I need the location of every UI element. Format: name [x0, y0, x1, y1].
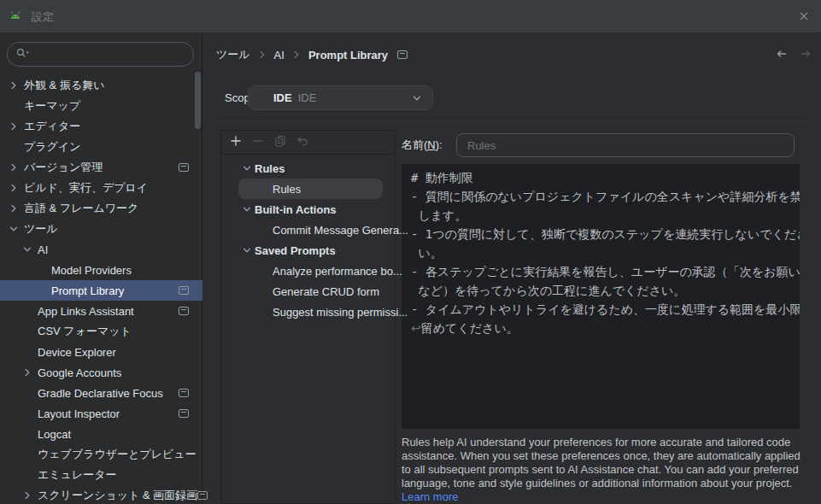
chevron-spacer — [21, 427, 34, 441]
sidebar-item-layout-inspector[interactable]: Layout Inspector — [0, 403, 202, 424]
sidebar-item-label: 言語 & フレームワーク — [24, 201, 138, 216]
sidebar-item-label: Gradle Declarative Focus — [38, 387, 163, 400]
sidebar-item-ai[interactable]: AI — [0, 239, 202, 260]
sidebar-item-label: Layout Inspector — [38, 407, 120, 420]
soft-wrap-icon: ↩ — [411, 321, 421, 335]
sidebar-item-row-7[interactable]: ツール — [0, 219, 202, 239]
learn-more-link[interactable]: Learn more — [402, 490, 458, 503]
sidebar-item-row-1[interactable]: キーマップ — [0, 96, 202, 116]
ide-config-monitor-icon — [179, 389, 189, 397]
prompt-tree-group-built-in-actions[interactable]: Built-in Actions — [221, 199, 395, 220]
chevron-right-icon[interactable] — [7, 181, 21, 195]
prompt-tree-toolbar — [221, 131, 395, 155]
sidebar-item-label: ツール — [24, 221, 58, 237]
breadcrumb-item-prompt-library[interactable]: Prompt Library — [308, 49, 388, 62]
sidebar-item-gradle-declarative-focus[interactable]: Gradle Declarative Focus — [0, 383, 202, 403]
chevron-down-icon[interactable] — [241, 244, 253, 256]
sidebar-item-prompt-library[interactable]: Prompt Library — [0, 280, 202, 301]
sidebar-item-label: CSV フォーマット — [38, 324, 132, 339]
revert-button — [292, 132, 313, 153]
chevron-spacer — [21, 407, 34, 420]
sidebar-scrollbar-thumb[interactable] — [195, 72, 201, 129]
sidebar-item-row-20[interactable]: スクリーンショット & 画面録画 — [0, 485, 202, 504]
prompt-tree-group-rules[interactable]: Rules — [221, 158, 395, 179]
chevron-down-icon[interactable] — [21, 243, 34, 256]
prompt-tree-group-saved-prompts[interactable]: Saved Prompts — [221, 240, 395, 261]
sidebar-item-row-19[interactable]: エミュレーター — [0, 465, 202, 485]
chevron-down-icon[interactable] — [241, 203, 253, 215]
chevron-right-icon[interactable] — [7, 120, 21, 133]
sidebar-item-logcat[interactable]: Logcat — [0, 424, 202, 444]
selected-row-highlight — [238, 179, 383, 199]
editor-line: - タイムアウトやリトライを避けるため、一度に処理する範囲を最小限に↩ — [411, 300, 791, 319]
editor-line: します。 — [411, 206, 791, 225]
sidebar-item-label: 外観 & 振る舞い — [24, 78, 105, 93]
ide-config-monitor-icon — [197, 491, 208, 500]
prompt-name-input[interactable] — [456, 133, 795, 157]
android-studio-icon — [9, 9, 22, 23]
history-nav — [772, 45, 815, 64]
duplicate-button — [270, 132, 290, 153]
breadcrumb-separator-icon — [292, 50, 301, 59]
sidebar-item-label: App Links Assistant — [38, 305, 134, 318]
prompt-item-label: Commit Message Genera... — [273, 224, 408, 237]
back-button[interactable] — [772, 45, 791, 64]
prompt-tree-item-suggest-missing-permissi[interactable]: Suggest missing permissi... — [221, 302, 395, 322]
add-button[interactable] — [226, 132, 246, 153]
chevron-down-icon[interactable] — [241, 162, 253, 174]
prompt-tree-item-commit-message-genera[interactable]: Commit Message Genera... — [221, 220, 395, 240]
prompt-tree: RulesRulesBuilt-in ActionsCommit Message… — [221, 158, 395, 322]
scope-description: IDE — [298, 91, 317, 104]
sidebar-item-label: Google Accounts — [38, 366, 121, 379]
sidebar-item-label: プラグイン — [24, 139, 81, 155]
sidebar-item-row-18[interactable]: ウェブブラウザーとプレビュー — [0, 444, 202, 465]
sidebar-item-row-6[interactable]: 言語 & フレームワーク — [0, 198, 202, 219]
chevron-spacer — [21, 448, 34, 461]
sidebar-item-csv[interactable]: CSV フォーマット — [0, 321, 202, 342]
breadcrumb-item-ai[interactable]: AI — [274, 49, 284, 62]
settings-sidebar: 外観 & 振る舞いキーマップエディタープラグインバージョン管理ビルド、実行、デプ… — [0, 34, 202, 504]
chevron-down-icon — [412, 93, 422, 103]
editor-line: ↩留めてください。 — [411, 319, 791, 337]
ide-config-monitor-icon — [179, 307, 189, 315]
chevron-down-icon[interactable] — [7, 222, 21, 236]
sidebar-item-label: ビルド、実行、デプロイ — [24, 180, 148, 196]
chevron-spacer — [7, 140, 21, 154]
sidebar-item-device-explorer[interactable]: Device Explorer — [0, 342, 202, 362]
sidebar-item-label: スクリーンショット & 画面録画 — [38, 488, 197, 503]
sidebar-item-label: ウェブブラウザーとプレビュー — [38, 447, 196, 462]
undo-icon — [296, 134, 309, 150]
sidebar-item-google-accounts[interactable]: Google Accounts — [0, 362, 202, 383]
search-icon — [16, 47, 30, 62]
plus-icon — [229, 134, 243, 150]
sidebar-item-row-0[interactable]: 外観 & 振る舞い — [0, 75, 202, 96]
name-label-post: ): — [436, 138, 443, 151]
chevron-spacer — [21, 386, 34, 400]
prompt-tree-item-rules[interactable]: Rules — [221, 179, 395, 199]
chevron-right-icon[interactable] — [21, 366, 34, 379]
chevron-right-icon[interactable] — [7, 202, 21, 215]
ide-config-monitor-icon — [179, 286, 189, 295]
sidebar-item-row-3[interactable]: プラグイン — [0, 137, 202, 157]
editor-line: - 各ステップごとに実行結果を報告し、ユーザーの承認（「次をお願い」 — [411, 262, 791, 281]
sidebar-item-label: AI — [38, 243, 48, 256]
chevron-right-icon[interactable] — [7, 79, 21, 92]
breadcrumb-item-row-0[interactable]: ツール — [216, 47, 250, 62]
chevron-right-icon[interactable] — [7, 161, 21, 174]
prompt-tree-item-generate-crud-form[interactable]: Generate CRUD form — [221, 281, 395, 302]
sidebar-item-app-links-assistant[interactable]: App Links Assistant — [0, 301, 202, 321]
chevron-right-icon[interactable] — [21, 489, 34, 502]
sidebar-item-model-providers[interactable]: Model Providers — [0, 260, 202, 280]
scope-dropdown[interactable]: IDE IDE — [248, 85, 433, 110]
name-label-mnemonic: N — [427, 138, 435, 151]
search-input[interactable] — [35, 48, 180, 61]
close-button[interactable] — [794, 7, 814, 27]
sidebar-item-row-5[interactable]: ビルド、実行、デプロイ — [0, 178, 202, 198]
sidebar-item-row-4[interactable]: バージョン管理 — [0, 157, 202, 178]
sidebar-item-row-2[interactable]: エディター — [0, 116, 202, 137]
prompt-text-editor[interactable]: # 動作制限- 質問に関係のないプロジェクトファイルの全スキャンや詳細分析を禁止… — [402, 164, 800, 429]
scope-value: IDE — [273, 91, 292, 104]
prompt-tree-item-analyze-performance-bo[interactable]: Analyze performance bo... — [221, 261, 395, 281]
settings-category-tree: 外観 & 振る舞いキーマップエディタープラグインバージョン管理ビルド、実行、デプ… — [0, 75, 202, 504]
settings-search-box[interactable] — [7, 42, 194, 67]
